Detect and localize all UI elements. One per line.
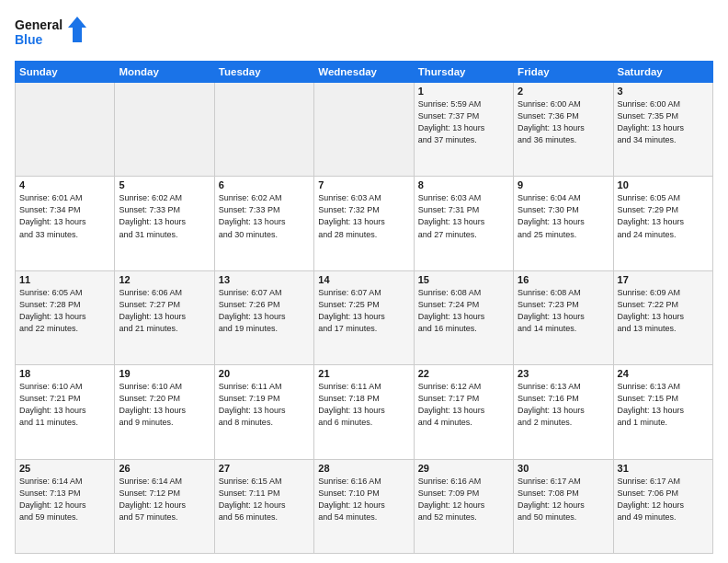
day-info: Sunrise: 6:10 AM Sunset: 7:20 PM Dayligh…: [119, 381, 210, 429]
calendar-table: SundayMondayTuesdayWednesdayThursdayFrid…: [15, 61, 713, 554]
calendar-cell: [16, 83, 115, 177]
week-row-0: 1Sunrise: 5:59 AM Sunset: 7:37 PM Daylig…: [16, 83, 713, 177]
day-number: 26: [119, 463, 210, 474]
day-number: 24: [618, 368, 709, 379]
day-info: Sunrise: 6:14 AM Sunset: 7:12 PM Dayligh…: [119, 476, 210, 523]
day-info: Sunrise: 6:00 AM Sunset: 7:35 PM Dayligh…: [618, 98, 709, 146]
day-number: 8: [418, 179, 509, 190]
day-number: 3: [618, 86, 709, 97]
day-number: 11: [19, 274, 110, 285]
day-number: 28: [318, 463, 409, 474]
day-number: 9: [518, 179, 609, 190]
calendar-cell: 7Sunrise: 6:03 AM Sunset: 7:32 PM Daylig…: [314, 177, 414, 270]
day-number: 23: [518, 368, 609, 379]
calendar-cell: 6Sunrise: 6:02 AM Sunset: 7:33 PM Daylig…: [214, 177, 313, 270]
weekday-header-monday: Monday: [115, 62, 214, 83]
day-number: 17: [618, 274, 709, 285]
calendar-cell: 22Sunrise: 6:12 AM Sunset: 7:17 PM Dayli…: [414, 365, 513, 459]
day-number: 18: [19, 368, 110, 379]
day-number: 27: [219, 463, 310, 474]
day-number: 7: [318, 179, 409, 190]
svg-marker-2: [68, 17, 86, 42]
calendar-cell: 4Sunrise: 6:01 AM Sunset: 7:34 PM Daylig…: [16, 177, 115, 270]
calendar-cell: 27Sunrise: 6:15 AM Sunset: 7:11 PM Dayli…: [214, 459, 313, 553]
day-number: 1: [418, 86, 509, 97]
day-number: 6: [219, 179, 310, 190]
day-info: Sunrise: 6:03 AM Sunset: 7:32 PM Dayligh…: [318, 192, 409, 240]
calendar-cell: 16Sunrise: 6:08 AM Sunset: 7:23 PM Dayli…: [514, 270, 613, 364]
svg-text:Blue: Blue: [15, 32, 43, 47]
weekday-header-friday: Friday: [514, 62, 613, 83]
day-info: Sunrise: 6:05 AM Sunset: 7:28 PM Dayligh…: [19, 287, 110, 335]
day-info: Sunrise: 6:11 AM Sunset: 7:19 PM Dayligh…: [219, 381, 310, 429]
day-info: Sunrise: 6:00 AM Sunset: 7:36 PM Dayligh…: [518, 98, 609, 146]
day-number: 29: [418, 463, 509, 474]
day-info: Sunrise: 6:04 AM Sunset: 7:30 PM Dayligh…: [518, 192, 609, 240]
calendar-cell: 30Sunrise: 6:17 AM Sunset: 7:08 PM Dayli…: [514, 459, 613, 553]
day-info: Sunrise: 6:05 AM Sunset: 7:29 PM Dayligh…: [618, 192, 709, 240]
weekday-header-thursday: Thursday: [414, 62, 513, 83]
day-info: Sunrise: 6:03 AM Sunset: 7:31 PM Dayligh…: [418, 192, 509, 240]
week-row-2: 11Sunrise: 6:05 AM Sunset: 7:28 PM Dayli…: [16, 270, 713, 364]
day-info: Sunrise: 6:12 AM Sunset: 7:17 PM Dayligh…: [418, 381, 509, 429]
day-number: 22: [418, 368, 509, 379]
day-number: 12: [119, 274, 210, 285]
week-row-3: 18Sunrise: 6:10 AM Sunset: 7:21 PM Dayli…: [16, 365, 713, 459]
day-info: Sunrise: 6:17 AM Sunset: 7:06 PM Dayligh…: [618, 476, 709, 523]
day-number: 31: [618, 463, 709, 474]
calendar-cell: 25Sunrise: 6:14 AM Sunset: 7:13 PM Dayli…: [16, 459, 115, 553]
weekday-header-tuesday: Tuesday: [214, 62, 313, 83]
day-number: 14: [318, 274, 409, 285]
calendar-cell: 12Sunrise: 6:06 AM Sunset: 7:27 PM Dayli…: [115, 270, 214, 364]
calendar-cell: [314, 83, 414, 177]
calendar-cell: 23Sunrise: 6:13 AM Sunset: 7:16 PM Dayli…: [514, 365, 613, 459]
day-info: Sunrise: 6:13 AM Sunset: 7:16 PM Dayligh…: [518, 381, 609, 429]
calendar-cell: [214, 83, 313, 177]
calendar-cell: 5Sunrise: 6:02 AM Sunset: 7:33 PM Daylig…: [115, 177, 214, 270]
day-number: 10: [618, 179, 709, 190]
weekday-header-row: SundayMondayTuesdayWednesdayThursdayFrid…: [16, 62, 713, 83]
calendar-cell: 11Sunrise: 6:05 AM Sunset: 7:28 PM Dayli…: [16, 270, 115, 364]
calendar-cell: 21Sunrise: 6:11 AM Sunset: 7:18 PM Dayli…: [314, 365, 414, 459]
day-info: Sunrise: 6:01 AM Sunset: 7:34 PM Dayligh…: [19, 192, 110, 240]
day-info: Sunrise: 6:09 AM Sunset: 7:22 PM Dayligh…: [618, 287, 709, 335]
weekday-header-wednesday: Wednesday: [314, 62, 414, 83]
calendar-cell: [115, 83, 214, 177]
logo: General Blue: [15, 15, 88, 53]
weekday-header-sunday: Sunday: [16, 62, 115, 83]
calendar-cell: 20Sunrise: 6:11 AM Sunset: 7:19 PM Dayli…: [214, 365, 313, 459]
calendar-cell: 24Sunrise: 6:13 AM Sunset: 7:15 PM Dayli…: [613, 365, 712, 459]
calendar-cell: 26Sunrise: 6:14 AM Sunset: 7:12 PM Dayli…: [115, 459, 214, 553]
day-number: 25: [19, 463, 110, 474]
day-number: 19: [119, 368, 210, 379]
page: General Blue SundayMondayTuesdayWednesda…: [0, 0, 728, 563]
day-number: 15: [418, 274, 509, 285]
day-info: Sunrise: 6:06 AM Sunset: 7:27 PM Dayligh…: [119, 287, 210, 335]
week-row-4: 25Sunrise: 6:14 AM Sunset: 7:13 PM Dayli…: [16, 459, 713, 553]
day-info: Sunrise: 6:10 AM Sunset: 7:21 PM Dayligh…: [19, 381, 110, 429]
calendar-cell: 15Sunrise: 6:08 AM Sunset: 7:24 PM Dayli…: [414, 270, 513, 364]
day-info: Sunrise: 6:15 AM Sunset: 7:11 PM Dayligh…: [219, 476, 310, 523]
calendar-cell: 8Sunrise: 6:03 AM Sunset: 7:31 PM Daylig…: [414, 177, 513, 270]
logo-svg: General Blue: [15, 15, 88, 53]
calendar-cell: 18Sunrise: 6:10 AM Sunset: 7:21 PM Dayli…: [16, 365, 115, 459]
day-info: Sunrise: 6:17 AM Sunset: 7:08 PM Dayligh…: [518, 476, 609, 523]
calendar-cell: 17Sunrise: 6:09 AM Sunset: 7:22 PM Dayli…: [613, 270, 712, 364]
weekday-header-saturday: Saturday: [613, 62, 712, 83]
calendar-cell: 1Sunrise: 5:59 AM Sunset: 7:37 PM Daylig…: [414, 83, 513, 177]
day-info: Sunrise: 6:16 AM Sunset: 7:09 PM Dayligh…: [418, 476, 509, 523]
day-number: 16: [518, 274, 609, 285]
day-info: Sunrise: 6:16 AM Sunset: 7:10 PM Dayligh…: [318, 476, 409, 523]
calendar-cell: 14Sunrise: 6:07 AM Sunset: 7:25 PM Dayli…: [314, 270, 414, 364]
day-info: Sunrise: 6:08 AM Sunset: 7:23 PM Dayligh…: [518, 287, 609, 335]
day-info: Sunrise: 6:08 AM Sunset: 7:24 PM Dayligh…: [418, 287, 509, 335]
day-info: Sunrise: 5:59 AM Sunset: 7:37 PM Dayligh…: [418, 98, 509, 146]
day-info: Sunrise: 6:11 AM Sunset: 7:18 PM Dayligh…: [318, 381, 409, 429]
week-row-1: 4Sunrise: 6:01 AM Sunset: 7:34 PM Daylig…: [16, 177, 713, 270]
day-number: 4: [19, 179, 110, 190]
calendar-cell: 29Sunrise: 6:16 AM Sunset: 7:09 PM Dayli…: [414, 459, 513, 553]
calendar-cell: 28Sunrise: 6:16 AM Sunset: 7:10 PM Dayli…: [314, 459, 414, 553]
day-info: Sunrise: 6:02 AM Sunset: 7:33 PM Dayligh…: [119, 192, 210, 240]
calendar-cell: 10Sunrise: 6:05 AM Sunset: 7:29 PM Dayli…: [613, 177, 712, 270]
day-number: 2: [518, 86, 609, 97]
